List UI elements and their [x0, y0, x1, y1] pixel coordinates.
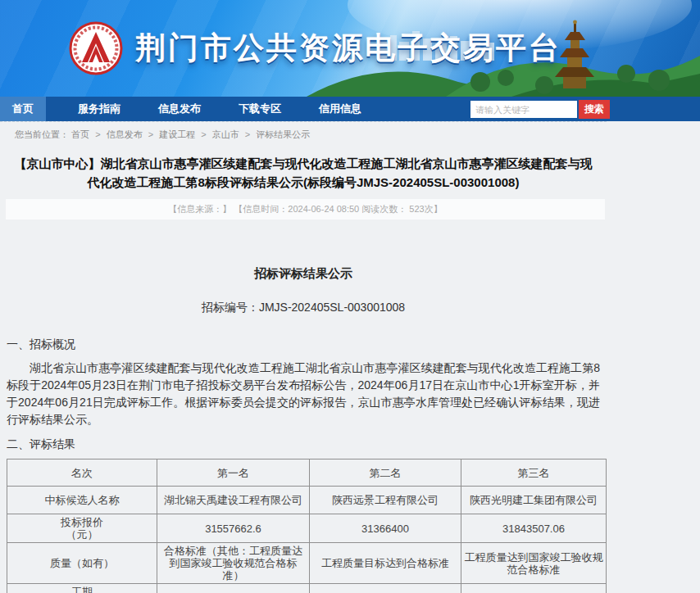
quality-1: 合格标准（其他：工程质量达到国家竣工验收规范合格标准）	[157, 543, 310, 584]
nav-item-credit-info[interactable]: 信用信息	[307, 97, 374, 121]
breadcrumb-separator: >	[95, 129, 100, 139]
site-logo-emblem-icon	[69, 21, 123, 75]
price-label: 投标报价 （元）	[7, 514, 157, 543]
page-title: 【京山市中心】湖北省京山市惠亭灌区续建配套与现代化改造工程施工湖北省京山市惠亭灌…	[10, 154, 597, 192]
price-3: 31843507.06	[461, 514, 607, 543]
bid-number: 招标编号：JMJS-202405SL-003001008	[0, 301, 607, 315]
rank-third-header: 第三名	[461, 459, 607, 487]
breadcrumb: 您当前位置： 首页 > 信息发布 > 建设工程 > 京山市 > 评标结果公示	[0, 121, 607, 148]
evaluation-result-table: 名次 第一名 第二名 第三名 中标候选人名称 湖北锦天禹建设工程有限公司 陕西远…	[7, 459, 607, 593]
breadcrumb-prefix: 您当前位置：	[15, 129, 69, 139]
rank-header: 名次	[7, 459, 157, 487]
breadcrumb-separator: >	[201, 129, 206, 139]
candidate-3: 陕西光明建工集团有限公司	[461, 487, 607, 514]
search-button[interactable]: 搜索	[579, 100, 610, 119]
site-banner: 荆门市公共资源电子交易平台	[0, 0, 700, 97]
breadcrumb-result-publicity[interactable]: 评标结果公示	[256, 129, 310, 139]
duration-2: 365	[310, 584, 461, 593]
doc-title: 招标评标结果公示	[0, 266, 607, 282]
quality-3: 工程质量达到国家竣工验收规范合格标准	[461, 543, 607, 584]
table-row: 质量（如有） 合格标准（其他：工程质量达到国家竣工验收规范合格标准） 工程质量目…	[7, 543, 607, 584]
section2-title: 二、评标结果	[7, 437, 607, 452]
table-row: 投标报价 （元） 31557662.6 31366400 31843507.06	[7, 514, 607, 543]
price-2: 31366400	[310, 514, 461, 543]
candidate-label: 中标候选人名称	[7, 487, 157, 514]
breadcrumb-home[interactable]: 首页	[71, 129, 89, 139]
nav-item-download-zone[interactable]: 下载专区	[226, 97, 293, 121]
page: 荆门市公共资源电子交易平台 首页 服务指南 信息发布 下载专区 信用信息 搜索 …	[0, 0, 700, 593]
quality-label: 质量（如有）	[7, 543, 157, 584]
table-row: 工期 （交货期、服务期） 365 365 365	[7, 584, 607, 593]
main-nav: 首页 服务指南 信息发布 下载专区 信用信息 搜索	[0, 97, 700, 121]
search-box: 搜索	[470, 100, 610, 119]
search-input[interactable]	[470, 101, 577, 118]
section1-paragraph: 湖北省京山市惠亭灌区续建配套与现代化改造工程施工湖北省京山市惠亭灌区续建配套与现…	[7, 360, 600, 428]
site-title: 荆门市公共资源电子交易平台	[135, 28, 561, 69]
breadcrumb-jingshan[interactable]: 京山市	[212, 129, 239, 139]
nav-item-home[interactable]: 首页	[0, 97, 46, 121]
breadcrumb-separator: >	[148, 129, 153, 139]
table-row: 名次 第一名 第二名 第三名	[7, 459, 607, 487]
section1-title: 一、招标概况	[7, 337, 607, 352]
duration-1: 365	[157, 584, 310, 593]
nav-item-info-release[interactable]: 信息发布	[146, 97, 213, 121]
breadcrumb-separator: >	[245, 129, 250, 139]
rank-second-header: 第二名	[310, 459, 461, 487]
rank-first-header: 第一名	[157, 459, 310, 487]
candidate-2: 陕西远景工程有限公司	[310, 487, 461, 514]
nav-item-service-guide[interactable]: 服务指南	[66, 97, 133, 121]
brand: 荆门市公共资源电子交易平台	[69, 21, 561, 75]
quality-2: 工程质量目标达到合格标准	[310, 543, 461, 584]
candidate-1: 湖北锦天禹建设工程有限公司	[157, 487, 310, 514]
breadcrumb-construction[interactable]: 建设工程	[159, 129, 195, 139]
duration-3: 365	[461, 584, 607, 593]
breadcrumb-info-release[interactable]: 信息发布	[107, 129, 143, 139]
article-content: 【京山市中心】湖北省京山市惠亭灌区续建配套与现代化改造工程施工湖北省京山市惠亭灌…	[0, 154, 607, 593]
duration-label: 工期 （交货期、服务期）	[7, 584, 157, 593]
article-meta: 【信息来源：】 【信息时间：2024-06-24 08:50 阅读次数： 523…	[6, 199, 605, 220]
table-row: 中标候选人名称 湖北锦天禹建设工程有限公司 陕西远景工程有限公司 陕西光明建工集…	[7, 487, 607, 514]
price-1: 31557662.6	[157, 514, 310, 543]
